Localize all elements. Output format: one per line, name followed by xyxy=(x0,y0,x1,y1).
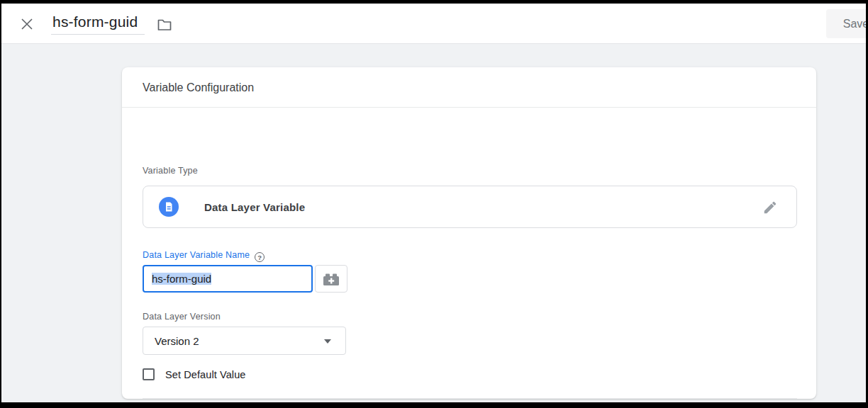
folder-icon[interactable] xyxy=(156,16,173,33)
set-default-value-label: Set Default Value xyxy=(165,369,245,380)
question-mark-icon[interactable]: ? xyxy=(255,252,265,262)
dropdown-selected-value: Version 2 xyxy=(155,335,199,347)
app-window: hs-form-guid Save Variable Configuration… xyxy=(1,4,866,402)
data-layer-variable-name-input[interactable] xyxy=(143,265,313,293)
variable-picker-button[interactable] xyxy=(315,265,347,293)
set-default-value-row[interactable]: Set Default Value xyxy=(143,368,245,380)
pencil-icon[interactable] xyxy=(762,200,778,215)
variable-configuration-card: Variable Configuration Variable Type Dat… xyxy=(122,67,816,399)
variable-type-value: Data Layer Variable xyxy=(204,201,305,213)
top-bar: hs-form-guid Save xyxy=(1,4,866,44)
save-button[interactable]: Save xyxy=(826,9,866,38)
variable-type-label: Variable Type xyxy=(143,166,198,176)
section-divider xyxy=(143,398,797,399)
card-title: Variable Configuration xyxy=(122,67,816,108)
name-field-label: Data Layer Variable Name? xyxy=(143,250,265,262)
close-icon[interactable] xyxy=(18,16,35,33)
version-field-label: Data Layer Version xyxy=(143,312,221,322)
data-layer-version-dropdown[interactable]: Version 2 xyxy=(143,327,346,355)
set-default-value-checkbox[interactable] xyxy=(143,368,155,380)
variable-type-box[interactable]: Data Layer Variable xyxy=(143,186,797,228)
chevron-down-icon xyxy=(324,339,331,344)
variable-brick-plus-icon xyxy=(322,272,340,286)
data-layer-variable-icon xyxy=(159,197,179,217)
variable-title-field[interactable]: hs-form-guid xyxy=(51,13,145,35)
